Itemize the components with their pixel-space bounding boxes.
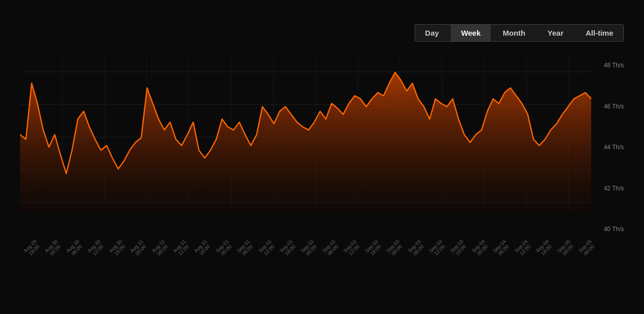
tab-alltime[interactable]: All-time <box>576 25 623 41</box>
x-axis-label: Sep 0312:00 <box>428 239 447 258</box>
x-axis-label: Sep 0112:00 <box>257 239 276 258</box>
x-axis-label: Sep 0400:00 <box>471 239 490 258</box>
x-axis-label: Aug 3018:00 <box>108 239 127 258</box>
chart-wrapper <box>20 57 591 238</box>
x-axis-labels: Aug 2918:00Aug 3000:00Aug 3006:00Aug 301… <box>20 244 591 255</box>
y-axis-labels: 48 Th/s 46 Th/s 44 Th/s 42 Th/s 40 Th/s <box>604 57 624 238</box>
x-axis-label: Aug 3006:00 <box>65 239 84 258</box>
tab-week[interactable]: Week <box>451 25 491 41</box>
y-label-40: 40 Th/s <box>604 226 624 233</box>
x-axis-label: Aug 3106:00 <box>150 239 170 258</box>
x-axis-label: Aug 3012:00 <box>87 239 106 258</box>
y-label-42: 42 Th/s <box>604 185 624 192</box>
y-label-44: 44 Th/s <box>604 144 624 151</box>
x-axis-label: Aug 3118:00 <box>193 239 212 258</box>
chart-svg <box>20 57 591 238</box>
tab-year[interactable]: Year <box>537 25 574 41</box>
tabs-container: Day Week Month Year All-time <box>415 24 624 42</box>
x-axis-label: Sep 0406:00 <box>492 239 511 258</box>
x-axis-label: Sep 0306:00 <box>407 239 426 258</box>
tab-month[interactable]: Month <box>493 25 535 41</box>
x-axis-label: Sep 0118:00 <box>279 239 298 258</box>
x-axis-label: Aug 3000:00 <box>44 239 63 258</box>
y-label-46: 46 Th/s <box>604 103 624 110</box>
main-container: Day Week Month Year All-time <box>0 0 644 314</box>
x-axis-label: Sep 0500:00 <box>556 239 575 258</box>
chart-area: 48 Th/s 46 Th/s 44 Th/s 42 Th/s 40 Th/s … <box>20 57 624 238</box>
x-axis-label: Sep 0106:00 <box>236 239 255 258</box>
x-axis-label: Sep 0318:00 <box>449 239 468 258</box>
x-axis-label: Aug 3100:00 <box>129 239 148 258</box>
right-block: Day Week Month Year All-time <box>415 14 624 42</box>
header: Day Week Month Year All-time <box>0 0 644 47</box>
x-axis-label: Aug 3112:00 <box>172 239 191 258</box>
x-axis-label: Sep 0200:00 <box>300 239 319 258</box>
x-axis-label: Sep 0218:00 <box>364 239 383 258</box>
tab-day[interactable]: Day <box>415 25 449 41</box>
x-axis-label: Sep 0206:00 <box>321 239 341 258</box>
x-axis-label: Aug 2918:00 <box>23 239 42 258</box>
x-axis-label: Sep 0506:00 <box>578 239 597 258</box>
x-axis-label: Sep 0100:00 <box>214 239 233 258</box>
x-axis-label: Sep 0300:00 <box>385 239 405 258</box>
x-axis-label: Sep 0212:00 <box>343 239 362 258</box>
x-axis-label: Sep 0418:00 <box>535 239 554 258</box>
x-axis-label: Sep 0412:00 <box>513 239 532 258</box>
y-label-48: 48 Th/s <box>604 62 624 69</box>
